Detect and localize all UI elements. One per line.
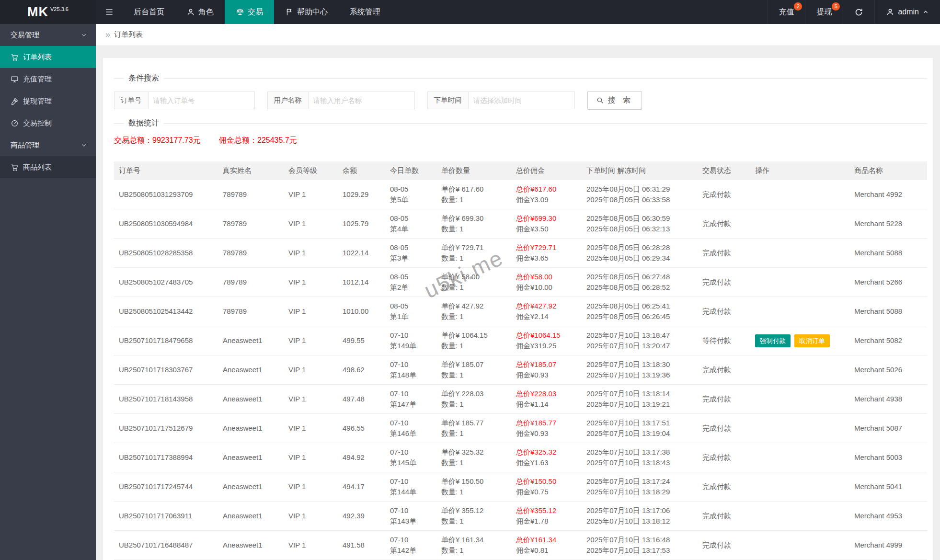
cell-order-no: UB2508051031293709 [114,180,218,209]
sidebar-toggle-button[interactable] [96,0,123,24]
user-name-input[interactable] [309,91,415,109]
withdraw-nav-button[interactable]: 提现 5 [805,0,843,24]
cell-actions [750,472,849,502]
column-header: 单价数量 [436,161,511,180]
cell-order-no: UB2507101718143958 [114,385,218,414]
cell-vip-level: VIP 1 [284,239,338,268]
cell-actions [750,531,849,560]
cell-real-name: Aneasweet1 [218,443,284,472]
sidebar-group-goods-management[interactable]: 商品管理 [0,134,96,156]
sidebar-item-goods-list[interactable]: 商品列表 [0,156,96,178]
order-time-input[interactable] [469,91,575,109]
column-header: 操作 [750,161,849,180]
sidebar-item-label: 交易控制 [23,119,52,128]
cell-vip-level: VIP 1 [284,472,338,502]
cell-actions [750,385,849,414]
cell-real-name: 789789 [218,180,284,209]
cell-status: 完成付款 [698,385,750,414]
cell-times: 2025年08月05日 06:28:282025年08月05日 06:29:34 [582,239,698,268]
commission-total: 佣金总额：225435.7元 [219,136,297,144]
search-form: 订单号用户名称下单时间搜 索 [114,91,927,110]
cell-times: 2025年07月10日 13:17:382025年07月10日 13:18:43 [582,443,698,472]
table-row: UB2508051030594984789789VIP 11025.7908-0… [114,209,927,239]
transaction-total: 交易总额：9923177.73元 [114,136,201,144]
force-pay-button[interactable]: 强制付款 [755,334,791,347]
cell-merchant: Merchant 5087 [849,414,927,443]
sidebar-item-withdraw-management[interactable]: 提现管理 [0,90,96,112]
cell-merchant: Merchant 4938 [849,385,927,414]
column-header: 真实姓名 [218,161,284,180]
table-row: UB2508051028285358789789VIP 11022.1408-0… [114,239,927,268]
cell-unit-price-qty: 单价¥ 58.00数量: 1 [436,268,511,297]
cell-total-commission: 总价¥185.77佣金¥0.93 [511,414,582,443]
nav-item-role[interactable]: 角色 [175,0,225,24]
cell-unit-price-qty: 单价¥ 1064.15数量: 1 [436,326,511,355]
cell-order-no: UB2508051025413442 [114,297,218,326]
withdraw-badge: 5 [832,2,840,11]
cell-real-name: Aneasweet1 [218,385,284,414]
nav-item-home[interactable]: 后台首页 [123,0,175,24]
column-header: 会员等级 [284,161,338,180]
cell-balance: 494.17 [338,472,385,502]
column-header: 订单号 [114,161,218,180]
column-header: 交易状态 [698,161,750,180]
order-no-input[interactable] [149,91,255,109]
refresh-icon [854,8,863,17]
cell-actions [750,209,849,239]
app-logo: MK V25.3.6 [0,0,96,24]
cell-vip-level: VIP 1 [284,355,338,385]
nav-item-system-label: 系统管理 [350,7,380,17]
cell-real-name: 789789 [218,239,284,268]
recharge-nav-button[interactable]: 充值 2 [767,0,805,24]
cell-times: 2025年07月10日 13:18:142025年07月10日 13:19:21 [582,385,698,414]
sidebar-group-label: 商品管理 [11,141,39,150]
chevron-down-icon [80,32,87,38]
sidebar-item-trade-control[interactable]: 交易控制 [0,112,96,134]
refresh-button[interactable] [843,0,874,24]
top-navbar: MK V25.3.6 后台首页角色交易帮助中心系统管理 充值 2 提现 5 [0,0,940,24]
sidebar-group-trade-management[interactable]: 交易管理 [0,24,96,46]
cell-merchant: Merchant 5026 [849,355,927,385]
cell-vip-level: VIP 1 [284,209,338,239]
nav-item-help[interactable]: 帮助中心 [274,0,339,24]
cell-order-no: UB2507101717063911 [114,502,218,531]
recharge-badge: 2 [794,2,802,11]
cell-actions [750,355,849,385]
cell-unit-price-qty: 单价¥ 185.77数量: 1 [436,414,511,443]
orders-table-header: 订单号真实姓名会员等级余额今日单数单价数量总价佣金下单时间 解冻时间交易状态操作… [114,161,927,180]
cell-times: 2025年07月10日 13:18:302025年07月10日 13:19:36 [582,355,698,385]
cell-balance: 496.55 [338,414,385,443]
table-row: UB2507101718303767Aneasweet1VIP 1498.620… [114,355,927,385]
cell-real-name: 789789 [218,297,284,326]
nav-item-home-label: 后台首页 [134,7,164,17]
cell-status: 完成付款 [698,414,750,443]
nav-item-trade[interactable]: 交易 [225,0,274,24]
cell-times: 2025年07月10日 13:17:062025年07月10日 13:18:12 [582,502,698,531]
user-menu[interactable]: admin [874,0,940,24]
cell-real-name: 789789 [218,209,284,239]
search-fieldset: 条件搜索 订单号用户名称下单时间搜 索 [114,73,927,113]
recharge-label: 充值 [779,7,794,17]
search-button[interactable]: 搜 索 [587,91,642,110]
cancel-order-button[interactable]: 取消订单 [794,334,830,347]
cell-real-name: Aneasweet1 [218,414,284,443]
cell-actions [750,443,849,472]
cell-balance: 499.55 [338,326,385,355]
cell-actions: 强制付款取消订单 [750,326,849,355]
monitor-icon [11,75,19,83]
cell-total-commission: 总价¥58.00佣金¥10.00 [511,268,582,297]
cell-status: 完成付款 [698,531,750,560]
person-icon [886,8,894,16]
stats-line: 交易总额：9923177.73元 佣金总额：225435.7元 [114,136,927,146]
nav-item-system[interactable]: 系统管理 [339,0,391,24]
cell-actions [750,180,849,209]
cart-icon [11,53,19,61]
sidebar-item-order-list[interactable]: 订单列表 [0,46,96,68]
table-row: UB2507101718479658Aneasweet1VIP 1499.550… [114,326,927,355]
sidebar-item-recharge-management[interactable]: 充值管理 [0,68,96,90]
cell-balance: 1025.79 [338,209,385,239]
table-row: UB2508051031293709789789VIP 11029.2908-0… [114,180,927,209]
chevron-up-icon [922,9,929,15]
cell-times: 2025年08月05日 06:27:482025年08月05日 06:28:52 [582,268,698,297]
cell-real-name: Aneasweet1 [218,531,284,560]
